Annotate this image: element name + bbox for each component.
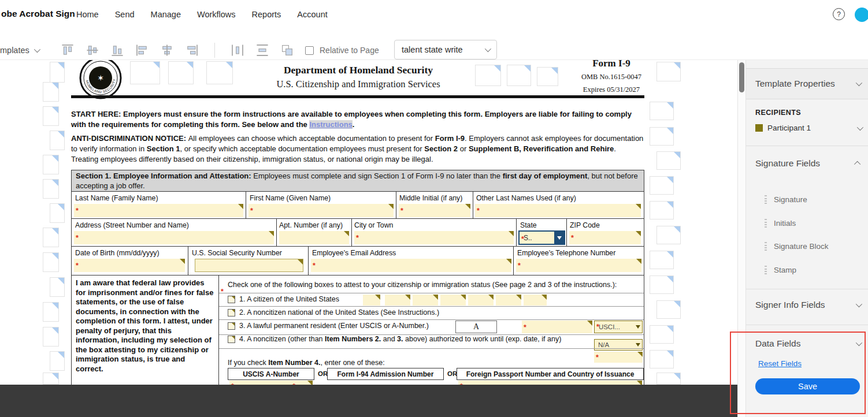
field-exp-date[interactable]: * — [594, 352, 643, 363]
state-dropdown[interactable]: * S.. — [518, 230, 565, 245]
field-phone[interactable]: * — [516, 259, 641, 272]
unassigned-field[interactable] — [650, 251, 674, 269]
item-authorized-noncitizen: 4. A noncitizen (other than Item Numbers… — [239, 335, 561, 343]
unassigned-field[interactable] — [43, 106, 59, 126]
field-city[interactable]: * — [354, 231, 514, 244]
unassigned-field[interactable] — [537, 67, 558, 86]
unassigned-field[interactable] — [50, 62, 65, 83]
unassigned-field[interactable] — [50, 351, 65, 371]
citizen-status-field[interactable] — [440, 295, 466, 306]
checkbox-permanent-resident[interactable] — [228, 322, 235, 330]
field-dob[interactable]: * — [74, 259, 185, 272]
unassigned-field[interactable] — [43, 302, 59, 322]
unassigned-field[interactable] — [43, 252, 59, 272]
unassigned-field[interactable] — [43, 82, 59, 102]
nav-item-account[interactable]: Account — [297, 10, 327, 19]
sidebar-item-stamp[interactable]: Stamp — [765, 266, 796, 274]
unassigned-field[interactable] — [475, 65, 501, 86]
unassigned-field[interactable] — [43, 327, 59, 347]
uscis-dropdown-value: USCI... — [599, 323, 620, 330]
nav-item-reports[interactable]: Reports — [252, 10, 281, 19]
align-right-icon[interactable] — [185, 43, 199, 57]
citizen-status-field[interactable] — [363, 295, 380, 306]
help-icon[interactable]: ? — [833, 8, 845, 20]
sidebar-item-initials[interactable]: Initials — [765, 219, 796, 228]
field-other-last-names[interactable]: * — [475, 204, 641, 217]
nav-item-send[interactable]: Send — [115, 10, 135, 19]
unassigned-field[interactable] — [650, 127, 674, 146]
unassigned-field[interactable] — [168, 61, 194, 84]
unassigned-field[interactable] — [50, 203, 65, 223]
unassigned-field[interactable] — [650, 176, 674, 195]
align-center-icon[interactable] — [160, 43, 174, 57]
citizen-status-field[interactable] — [385, 295, 410, 306]
field-last-name[interactable]: * — [74, 204, 243, 217]
unassigned-field[interactable] — [43, 179, 59, 199]
field-address[interactable]: * — [74, 231, 274, 244]
field-zip[interactable]: * — [569, 231, 641, 244]
unassigned-field[interactable] — [656, 62, 681, 81]
signer-info-fields-section[interactable]: Signer Info Fields — [755, 300, 860, 310]
chevron-down-icon[interactable] — [554, 232, 564, 244]
sidebar-item-signature[interactable]: Signature — [765, 195, 807, 204]
unassigned-field[interactable] — [650, 102, 674, 120]
data-fields-section[interactable]: Data Fields — [755, 338, 860, 349]
avatar[interactable] — [855, 8, 868, 22]
unassigned-field[interactable] — [650, 350, 674, 368]
citizen-status-field[interactable] — [413, 295, 438, 306]
align-bottom-icon[interactable] — [110, 43, 124, 57]
field-middle-initial[interactable]: * — [399, 204, 470, 217]
checkbox-citizen[interactable] — [228, 296, 235, 303]
align-top-icon[interactable] — [61, 43, 75, 57]
align-left-icon[interactable] — [135, 43, 149, 57]
reset-fields-link[interactable]: Reset Fields — [758, 359, 802, 368]
align-middle-icon[interactable] — [86, 43, 99, 57]
participant-row[interactable]: Participant 1 — [755, 124, 862, 132]
citizen-status-field[interactable] — [468, 295, 494, 306]
uscis-dropdown[interactable]: * USCI... — [594, 321, 643, 333]
citizen-status-field[interactable] — [524, 295, 547, 306]
save-button[interactable]: Save — [755, 378, 860, 394]
unassigned-field[interactable] — [507, 65, 531, 86]
field-first-name[interactable]: * — [248, 204, 394, 217]
checkbox-authorized-noncitizen[interactable] — [228, 336, 235, 343]
sidebar-item-signature-block[interactable]: Signature Block — [765, 242, 829, 251]
signature-fields-section[interactable]: Signature Fields — [755, 158, 860, 169]
vertical-scrollbar[interactable] — [737, 60, 745, 417]
unassigned-field[interactable] — [130, 61, 160, 84]
scrollbar-thumb[interactable] — [739, 62, 744, 92]
unassigned-field[interactable] — [656, 226, 681, 244]
field-ssn[interactable] — [195, 259, 303, 272]
unassigned-field[interactable] — [656, 300, 681, 319]
nav-item-manage[interactable]: Manage — [151, 10, 181, 19]
relative-to-page-checkbox[interactable] — [305, 46, 314, 55]
unassigned-field[interactable] — [206, 61, 233, 84]
unassigned-field[interactable] — [50, 277, 65, 297]
templates-dropdown[interactable]: mplates — [0, 46, 39, 55]
unassigned-field[interactable] — [650, 275, 674, 294]
distribute-horizontally-icon[interactable] — [231, 43, 244, 57]
citizen-status-field[interactable] — [496, 295, 521, 306]
unassigned-field[interactable] — [650, 325, 674, 344]
chevron-down-icon[interactable] — [633, 321, 642, 333]
na-dropdown[interactable]: N/A — [594, 339, 643, 351]
field-uscis-a-number[interactable]: * — [522, 321, 592, 333]
field-apt-number[interactable] — [279, 231, 349, 244]
checkbox-noncitizen-national[interactable] — [228, 309, 235, 317]
field-email[interactable]: * — [311, 259, 511, 272]
nav-item-home[interactable]: Home — [76, 10, 99, 19]
unassigned-field[interactable] — [43, 228, 59, 247]
match-size-icon[interactable] — [280, 43, 294, 57]
unassigned-field[interactable] — [43, 155, 59, 174]
unassigned-field[interactable] — [650, 201, 674, 219]
toolbar-separator — [214, 43, 215, 58]
unassigned-field[interactable] — [656, 151, 681, 170]
unassigned-field[interactable] — [656, 373, 681, 385]
a-number-prefix-box[interactable]: A — [455, 321, 497, 333]
unassigned-field[interactable] — [43, 373, 59, 385]
unassigned-field[interactable] — [50, 131, 65, 150]
nav-item-workflows[interactable]: Workflows — [197, 10, 236, 19]
field-template-select[interactable]: talent state write — [394, 40, 497, 59]
template-properties-header[interactable]: Template Properties — [746, 68, 868, 99]
distribute-vertically-icon[interactable] — [255, 43, 269, 57]
